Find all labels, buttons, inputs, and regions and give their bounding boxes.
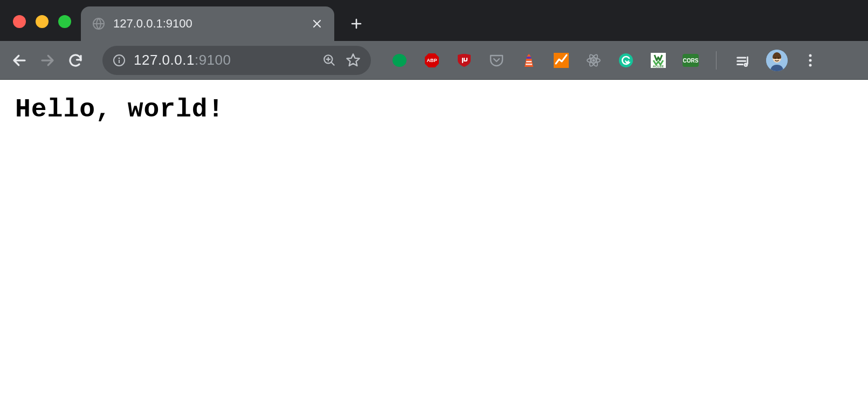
- tab-strip-region: 127.0.0.1:9100: [0, 0, 868, 41]
- greenlight-icon: [392, 53, 407, 68]
- url-host: 127.0.0.1: [134, 52, 195, 68]
- extension-ublock[interactable]: [456, 52, 472, 68]
- tab-close-button[interactable]: [311, 17, 323, 30]
- window-maximize-button[interactable]: [58, 15, 71, 28]
- reload-button[interactable]: [64, 49, 87, 72]
- svg-rect-3: [119, 60, 120, 63]
- url-text: 127.0.0.1:9100: [134, 52, 314, 68]
- toolbar-divider: [716, 51, 717, 70]
- reload-icon: [67, 52, 84, 68]
- site-info-button[interactable]: [112, 53, 126, 67]
- window-close-button[interactable]: [13, 15, 26, 28]
- arrow-left-icon: [11, 52, 27, 68]
- extension-lighthouse[interactable]: [521, 52, 537, 68]
- star-icon: [346, 53, 361, 68]
- page-content: Hello, world!: [0, 80, 868, 139]
- svg-point-24: [778, 57, 779, 58]
- svg-text:ABP: ABP: [426, 58, 437, 63]
- window-minimize-button[interactable]: [36, 15, 49, 28]
- aclee-icon: ACLEE: [651, 53, 666, 68]
- extension-grammarly[interactable]: [618, 52, 634, 68]
- abp-icon: ABP: [424, 52, 440, 68]
- toolbar-right-controls: [732, 49, 822, 72]
- svg-point-15: [619, 53, 633, 67]
- svg-point-27: [809, 64, 812, 66]
- url-port: :9100: [195, 52, 231, 68]
- extension-react-devtools[interactable]: [585, 52, 602, 68]
- atom-icon: [585, 52, 602, 68]
- extension-aclee[interactable]: ACLEE: [650, 52, 666, 68]
- browser-toolbar: 127.0.0.1:9100 ABP: [0, 41, 868, 80]
- svg-point-25: [809, 54, 812, 57]
- grammarly-icon: [618, 53, 633, 68]
- page-body-text: Hello, world!: [15, 95, 853, 124]
- zoom-in-icon: [322, 53, 336, 67]
- bookmark-button[interactable]: [345, 52, 361, 68]
- address-bar[interactable]: 127.0.0.1:9100: [102, 46, 371, 75]
- media-control-button[interactable]: [732, 49, 755, 72]
- avatar-icon: [766, 50, 788, 71]
- extension-pocket[interactable]: [488, 52, 505, 68]
- extension-greenlight[interactable]: [391, 52, 408, 68]
- svg-point-26: [809, 59, 812, 61]
- media-icon: [735, 52, 752, 68]
- arrow-right-icon: [39, 52, 56, 68]
- browser-tab-active[interactable]: 127.0.0.1:9100: [81, 6, 334, 41]
- new-tab-button[interactable]: [342, 9, 371, 38]
- svg-rect-9: [526, 64, 532, 65]
- browser-menu-button[interactable]: [798, 49, 822, 72]
- extension-abp[interactable]: ABP: [424, 52, 440, 68]
- profile-avatar-button[interactable]: [766, 50, 788, 71]
- extensions-area: ABP: [391, 52, 699, 68]
- close-icon: [312, 19, 322, 29]
- forward-button[interactable]: [36, 49, 59, 72]
- svg-rect-8: [526, 61, 532, 63]
- window-controls: [13, 15, 71, 28]
- plus-icon: [350, 17, 363, 30]
- info-icon: [113, 54, 126, 67]
- back-button[interactable]: [8, 49, 31, 72]
- svg-rect-7: [527, 57, 531, 59]
- pocket-icon: [488, 52, 505, 68]
- svg-point-23: [775, 57, 776, 58]
- extension-analytics[interactable]: [553, 52, 569, 68]
- svg-point-5: [392, 54, 407, 67]
- extension-cors[interactable]: CORS: [683, 52, 699, 68]
- svg-text:CORS: CORS: [683, 58, 699, 64]
- svg-point-2: [119, 57, 120, 59]
- kebab-icon: [808, 53, 812, 67]
- cors-icon: CORS: [683, 54, 699, 67]
- tab-strip: 127.0.0.1:9100: [81, 0, 371, 41]
- ublock-icon: [457, 53, 472, 68]
- globe-icon: [92, 17, 106, 31]
- lighthouse-icon: [521, 53, 536, 68]
- analytics-icon: [554, 53, 569, 68]
- tab-title: 127.0.0.1:9100: [113, 17, 303, 31]
- svg-text:ACLEE: ACLEE: [653, 65, 664, 68]
- zoom-button[interactable]: [321, 52, 337, 68]
- svg-point-11: [593, 59, 595, 61]
